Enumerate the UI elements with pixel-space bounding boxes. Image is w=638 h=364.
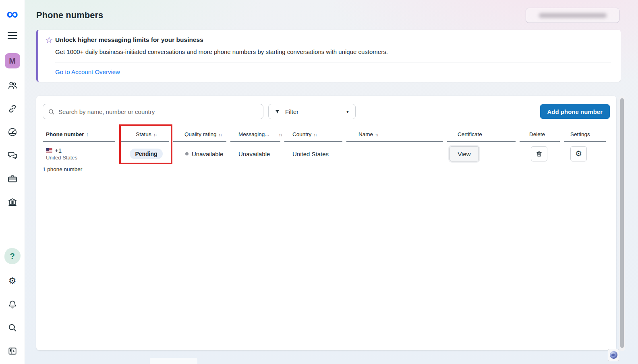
sort-icon: ↑↓ <box>219 132 222 137</box>
quality-dot-icon <box>185 152 188 155</box>
collapse-panel-icon <box>7 346 18 356</box>
scrollbar-track <box>619 96 625 351</box>
cell-delete <box>520 142 564 166</box>
sidebar-item-people[interactable] <box>4 78 21 93</box>
avatar[interactable]: M <box>5 53 20 68</box>
cell-certificate: View <box>447 142 520 166</box>
cell-settings: ⚙ <box>564 142 610 166</box>
sort-icon: ↑↓ <box>375 132 378 137</box>
row-settings-button[interactable]: ⚙ <box>570 146 587 161</box>
search-icon <box>7 323 18 333</box>
search-input-container <box>43 104 263 119</box>
sidebar-item-search[interactable] <box>4 321 21 335</box>
column-header-settings: Settings <box>564 127 610 142</box>
sidebar-item-dashboard[interactable] <box>4 125 21 139</box>
table-row: +1 United States Pending Unavailable Una… <box>43 142 610 166</box>
briefcase-icon <box>7 174 18 184</box>
partial-tooltip <box>150 358 197 364</box>
globe-button[interactable] <box>608 349 619 361</box>
banner-title: Unlock higher messaging limits for your … <box>55 36 203 43</box>
column-header-delete: Delete <box>520 127 564 142</box>
account-email-badge[interactable] <box>526 8 619 23</box>
scrollbar-thumb[interactable] <box>620 98 624 348</box>
cell-country: United States <box>284 142 346 166</box>
bell-icon <box>7 299 18 310</box>
gauge-icon <box>7 127 18 137</box>
delete-button[interactable] <box>531 146 547 161</box>
sort-asc-icon: ↑ <box>86 131 89 137</box>
search-input[interactable] <box>58 108 258 115</box>
phone-numbers-card: Filter ▼ Add phone number Phone number ↑… <box>36 96 616 350</box>
cell-phone-number: +1 United States <box>43 142 119 166</box>
star-icon: ☆ <box>45 35 53 46</box>
sidebar-item-settings[interactable]: ⚙ <box>4 274 21 288</box>
column-header-messaging-limit[interactable]: Messaging... ↑↓ <box>230 127 284 142</box>
sidebar-item-help[interactable]: ? <box>4 247 21 265</box>
phone-numbers-table: Phone number ↑ Status ↑↓ Quality rating … <box>43 127 610 166</box>
page-title: Phone numbers <box>36 10 103 21</box>
sidebar: ∞ M <box>0 0 25 364</box>
column-header-name[interactable]: Name ↑↓ <box>346 127 447 142</box>
filter-funnel-icon <box>274 109 280 115</box>
messaging-limits-banner: ☆ Unlock higher messaging limits for you… <box>36 30 621 82</box>
sort-icon: ↑↓ <box>279 132 282 137</box>
sidebar-divider <box>6 243 19 243</box>
cell-quality-rating: Unavailable <box>173 142 230 166</box>
status-badge: Pending <box>130 149 162 159</box>
gear-icon: ⚙ <box>575 149 582 158</box>
column-header-status[interactable]: Status ↑↓ <box>119 127 173 142</box>
sidebar-item-collapse[interactable] <box>4 344 21 358</box>
meta-logo-icon[interactable]: ∞ <box>4 5 21 23</box>
sidebar-item-notifications[interactable] <box>4 297 21 312</box>
account-overview-link[interactable]: Go to Account Overview <box>55 68 120 75</box>
sort-icon: ↑↓ <box>313 132 317 137</box>
menu-icon[interactable] <box>4 28 21 43</box>
filter-dropdown[interactable]: Filter ▼ <box>268 104 356 119</box>
globe-icon <box>610 351 617 359</box>
search-icon <box>48 108 55 115</box>
phone-country-label: United States <box>46 155 77 161</box>
sidebar-item-phone-numbers[interactable] <box>4 172 21 186</box>
add-phone-number-button[interactable]: Add phone number <box>540 104 610 119</box>
link-icon <box>7 103 18 114</box>
people-icon <box>7 80 18 91</box>
redacted-email-text <box>539 13 607 18</box>
column-header-phone-number[interactable]: Phone number ↑ <box>43 127 119 142</box>
table-header-row: Phone number ↑ Status ↑↓ Quality rating … <box>43 127 610 142</box>
sidebar-item-billing[interactable] <box>4 195 21 209</box>
column-header-certificate: Certificate <box>447 127 520 142</box>
help-icon: ? <box>4 248 21 264</box>
banner-body: Get 1000+ daily business-initiated conve… <box>55 48 388 55</box>
cell-messaging-limit: Unavailable <box>230 142 284 166</box>
sidebar-item-link[interactable] <box>4 101 21 116</box>
chevron-down-icon: ▼ <box>346 110 350 114</box>
view-certificate-button[interactable]: View <box>450 146 479 161</box>
sort-icon: ↑↓ <box>153 132 157 137</box>
us-flag-icon <box>46 148 52 153</box>
gear-icon: ⚙ <box>8 277 17 285</box>
column-header-country[interactable]: Country ↑↓ <box>284 127 346 142</box>
row-count-summary: 1 phone number <box>43 166 82 172</box>
cell-name <box>346 142 447 166</box>
trash-icon <box>536 151 543 157</box>
sidebar-item-chats[interactable] <box>4 148 21 163</box>
cell-status: Pending <box>119 142 173 166</box>
banner-divider <box>55 62 611 62</box>
filter-label: Filter <box>285 108 298 115</box>
column-header-quality-rating[interactable]: Quality rating ↑↓ <box>173 127 230 142</box>
bank-icon <box>7 197 18 207</box>
phone-number-value: +1 <box>55 147 62 154</box>
chats-icon <box>7 150 18 161</box>
